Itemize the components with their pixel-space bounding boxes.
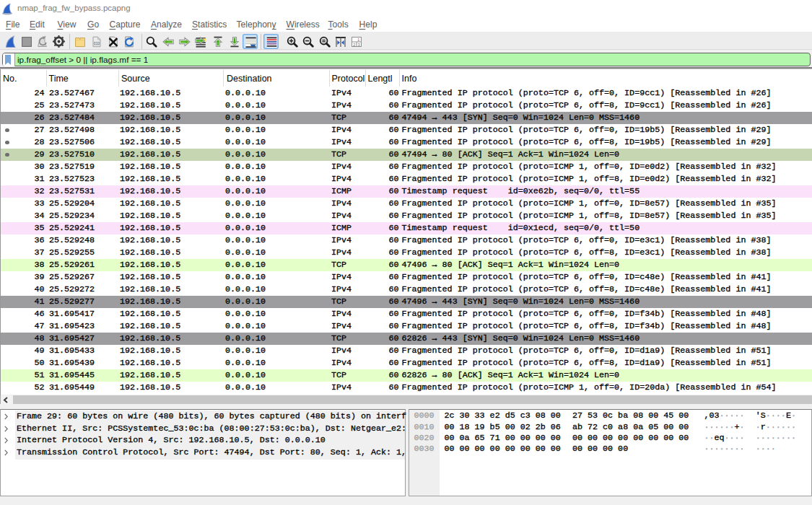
svg-text:010: 010 <box>93 41 99 45</box>
svg-text:1: 1 <box>357 37 359 41</box>
svg-text:3: 3 <box>358 42 360 46</box>
svg-text:2: 2 <box>353 42 355 46</box>
